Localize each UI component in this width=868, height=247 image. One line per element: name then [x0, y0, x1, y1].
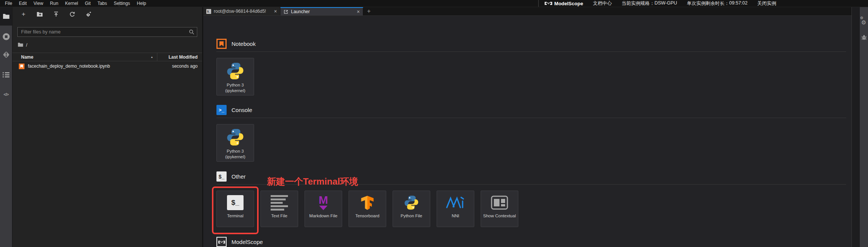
card-label: Python File [400, 213, 422, 219]
launcher-card-terminal[interactable]: $_ Terminal [216, 191, 254, 227]
table-of-contents-icon [3, 72, 9, 78]
launcher-card-console-python3[interactable]: Python 3 (ipykernel) [216, 124, 254, 162]
launcher-card-text-file[interactable]: Text File [260, 191, 298, 227]
menu-settings[interactable]: Settings [110, 1, 133, 6]
tab-bar: $_ root@dsw-96814-84d6d5! × Launcher × + [203, 7, 851, 16]
python-logo-icon [404, 194, 419, 211]
close-instance-link[interactable]: 关闭实例 [757, 0, 776, 7]
time-remaining-value: 09:57:02 [729, 0, 748, 7]
folder-icon [3, 14, 10, 19]
refresh-button[interactable] [64, 10, 80, 19]
jupyterlab-dsw-window: File Edit View Run Kernel Git Tabs Setti… [0, 0, 868, 247]
tab-launcher[interactable]: Launcher × [280, 7, 363, 15]
card-label: Terminal [227, 213, 243, 219]
file-browser-toolbar: + [12, 7, 202, 21]
upload-icon [53, 11, 59, 17]
sort-ascending-icon: ▲ [151, 56, 153, 58]
red-annotation-text: 新建一个Terminal环境 [267, 176, 358, 188]
launcher-card-notebook-python3[interactable]: Python 3 (ipykernel) [216, 58, 254, 95]
git-icon [2, 51, 10, 59]
instance-spec-label: 当前实例规格： [621, 0, 655, 7]
breadcrumb[interactable]: / [12, 41, 202, 48]
notebook-file-icon [19, 64, 24, 69]
modelscope-brand: ModelScope [545, 1, 583, 6]
bug-icon [861, 34, 867, 41]
git-clone-button[interactable] [80, 10, 96, 19]
breadcrumb-path: / [26, 42, 27, 48]
upload-button[interactable] [48, 10, 64, 19]
launcher-section-modelscope: ModelScope [216, 237, 846, 247]
plus-icon: + [367, 8, 370, 15]
notebook-section-icon [216, 39, 227, 49]
file-modified: seconds ago [172, 64, 202, 69]
sidebar-tab-property-inspector[interactable]: ⚙ ⚙ [860, 17, 868, 26]
menu-view[interactable]: View [30, 1, 47, 6]
file-list-header: Name ▲ Last Modified [12, 53, 202, 61]
right-gutter [852, 7, 859, 247]
launcher-icon [283, 9, 288, 14]
home-folder-icon [18, 42, 23, 47]
refresh-icon [69, 11, 75, 17]
markdown-icon: M [319, 194, 328, 211]
sidebar-tab-running[interactable] [0, 31, 12, 42]
menu-run[interactable]: Run [47, 1, 62, 6]
main-menu: File Edit View Run Kernel Git Tabs Setti… [0, 0, 119, 7]
dsw-header-right: ModelScope 文档中心 当前实例规格： DSW-GPU 单次实例剩余时长… [538, 0, 776, 7]
text-file-icon [271, 194, 288, 211]
running-kernels-icon [2, 33, 10, 41]
menu-git[interactable]: Git [82, 1, 94, 6]
instance-time-remaining: 单次实例剩余时长： 09:57:02 [687, 0, 748, 7]
new-folder-button[interactable] [32, 10, 48, 19]
brand-name: ModelScope [554, 1, 583, 6]
terminal-icon: $_ [206, 9, 211, 14]
menu-edit[interactable]: Edit [15, 1, 30, 6]
top-menu-bar: File Edit View Run Kernel Git Tabs Setti… [0, 0, 868, 7]
sidebar-tab-git[interactable] [0, 49, 12, 60]
git-clone-icon [85, 11, 91, 18]
instance-spec: 当前实例规格： DSW-GPU [621, 0, 677, 7]
file-name: facechain_deploy_demo_notebook.ipynb [28, 64, 110, 69]
menu-help[interactable]: Help [134, 1, 150, 6]
modelscope-logo-icon [545, 2, 552, 5]
python-logo-icon [226, 62, 245, 80]
other-section-icon: $_ [216, 171, 227, 182]
tensorboard-icon [359, 194, 376, 211]
launcher-section-notebook: Notebook [216, 39, 846, 95]
time-remaining-label: 单次实例剩余时长： [687, 0, 729, 7]
instance-spec-value: DSW-GPU [655, 0, 677, 7]
sidebar-tab-files[interactable] [0, 7, 12, 26]
new-launcher-button[interactable]: + [15, 10, 32, 19]
launcher-card-show-contextual[interactable]: Show Contextual [481, 191, 518, 227]
column-header-modified[interactable]: Last Modified [157, 55, 202, 60]
filter-files-input[interactable] [17, 27, 197, 37]
launcher-card-python-file[interactable]: Python File [393, 191, 430, 227]
tab-terminal-session[interactable]: $_ root@dsw-96814-84d6d5! × [203, 7, 280, 15]
card-label: NNI [452, 213, 459, 219]
sidebar-tab-toc[interactable] [0, 69, 12, 80]
card-label: Python 3 (ipykernel) [217, 149, 254, 160]
file-row[interactable]: facechain_deploy_demo_notebook.ipynb sec… [12, 61, 202, 71]
sidebar-tab-debugger[interactable] [861, 34, 867, 42]
launcher-card-nni[interactable]: NNI [437, 191, 474, 227]
section-title: Notebook [231, 41, 256, 47]
card-label: Markdown File [309, 213, 338, 219]
docs-center-link[interactable]: 文档中心 [593, 0, 612, 7]
menu-kernel[interactable]: Kernel [62, 1, 82, 6]
launcher-card-markdown-file[interactable]: M Markdown File [305, 191, 342, 227]
menu-tabs[interactable]: Tabs [94, 1, 110, 6]
modelscope-section-icon [216, 237, 227, 247]
column-header-name[interactable]: Name ▲ [12, 53, 157, 61]
nni-icon [446, 194, 465, 211]
gear-icon: ⚙ [861, 19, 866, 26]
new-tab-button[interactable]: + [363, 7, 375, 15]
card-label: Text File [271, 213, 288, 219]
launcher-card-tensorboard[interactable]: Tensorboard [349, 191, 386, 227]
menu-file[interactable]: File [2, 1, 15, 6]
close-icon[interactable]: × [274, 9, 277, 14]
close-icon[interactable]: × [357, 9, 360, 14]
terminal-icon: $_ [227, 194, 244, 211]
file-browser-panel: + [12, 7, 203, 247]
python-logo-icon [226, 128, 245, 147]
section-title: Other [231, 173, 246, 180]
sidebar-tab-extensions[interactable]: </> [0, 89, 12, 100]
